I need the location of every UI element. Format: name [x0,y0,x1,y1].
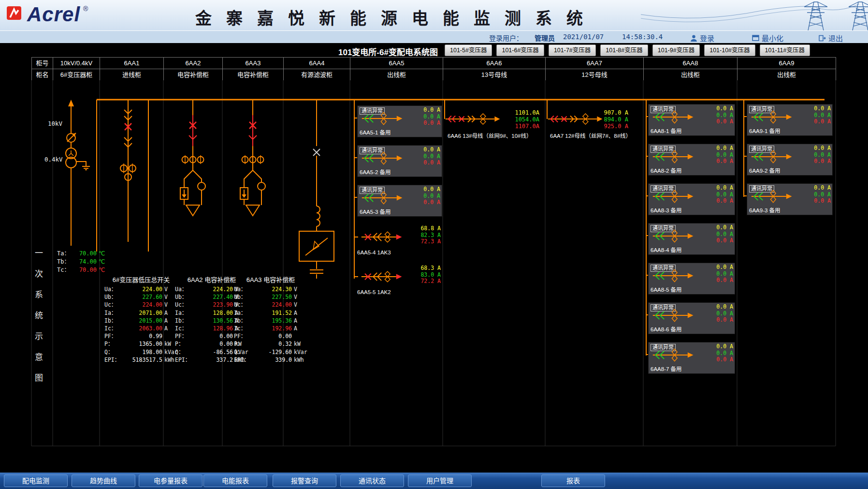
feeder-panel: 通讯异常 0.0 A 0.0 A 0.0 A 6AA9-3 备用 [747,183,833,215]
meter-row: EPI：5183517.5kWh [104,356,178,364]
transformer-page-button[interactable]: 101-11#变压器 [760,44,810,56]
feeder-panel: 通讯异常 0.0 A 0.0 A 0.0 A 6AA5-3 备用 [357,185,442,217]
exit-button[interactable]: 退出 [819,33,843,43]
feeder-row-active: 68.3 A 83.0 A 72.2 A 6AA5-5 1AK2 [357,264,442,296]
voltage-label-04kv: 0.4kV [44,156,63,163]
nav-tab[interactable]: 报表 [541,474,605,487]
temperature-value: 70.00 [73,250,97,258]
cabinet-id-cell: 6AA9 [738,58,836,69]
meter-row: Uc：224.00V [104,301,178,309]
feeder-name: 6AA8-7 备用 [651,365,682,372]
feeder-name: 6AA8-4 备用 [651,246,682,253]
feeder-stack-6aa8: 通讯异常 0.0 A 0.0 A 0.0 A 6AA8-1 备用 通讯异常 [648,104,735,382]
window-minimize-icon [752,35,759,41]
cabinet-name-cell: 进线柜 [100,69,164,81]
login-status-bar: 登录用户： 管理员 2021/01/07 14:58:30.4 登录 最小化 退… [0,30,868,43]
transformer-page-button[interactable]: 101-6#变压器 [496,44,544,56]
app-header: Acrel ® 金寨嘉悦新能源电能监测系统 [0,0,868,30]
feeder-values: 68.8 A 82.3 A 72.3 A [420,225,441,245]
meter-row: Ub：227.50V [234,293,307,301]
feeder-panel: 通讯异常 0.0 A 0.0 A 0.0 A 6AA8-4 备用 [648,223,735,255]
transformer-page-button[interactable]: 101-5#变压器 [445,44,492,56]
feeder-name: 6AA8-5 备用 [651,285,682,293]
meter-title: 6#变压器低压总开关 [104,276,178,285]
busline-name: 6AA6 13#母线（丝网9#、10#线） [448,132,532,139]
feeder-name: 6AA5-1 备用 [360,128,391,136]
nav-tab[interactable]: 电参量报表 [139,474,203,487]
meter-row: Ia：2071.00A [104,309,178,317]
feeder-panel: 通讯异常 0.0 A 0.0 A 0.0 A 6AA9-1 备用 [747,104,833,136]
bottom-navigation-bar: 配电监测趋势曲线电参量报表电能报表报警查询通讯状态用户管理报表 S 中 ’， ☺… [0,473,868,489]
feeder-line-symbol [650,346,698,364]
busline-6aa6: 1101.0A 1054.0A 1107.0A 6AA6 13#母线（丝网9#、… [445,109,539,139]
meter-row: Ub：227.60V [104,293,178,301]
feeder-values: 0.0 A 0.0 A 0.0 A [423,107,440,127]
transformer-page-button[interactable]: 101-7#变压器 [549,44,596,56]
cabinet-name-cell: 有源滤波柜 [284,69,350,81]
transformer-page-button[interactable]: 101-9#变压器 [652,44,700,56]
feeder-name: 6AA8-2 备用 [651,166,682,174]
meter-row: Q：-129.60kVar [234,348,307,356]
temperature-row: Ta： 70.00 ℃ [57,250,115,258]
login-button[interactable]: 登录 [690,33,714,43]
cabinet-name-row: 柜名 6#变压器柜进线柜电容补偿柜电容补偿柜有源滤波柜出线柜13号母线12号母线… [32,69,836,81]
cabinet-name-cell: 12号母线 [546,69,644,81]
cabinet-name-cell: 出线柜 [350,69,443,81]
nav-tab[interactable]: 电能报表 [203,474,267,487]
feeder-panel: 通讯异常 0.0 A 0.0 A 0.0 A 6AA8-6 备用 [648,302,735,334]
feeder-line-symbol [359,149,407,167]
cabinet-name-cell: 出线柜 [738,69,836,81]
minimize-button[interactable]: 最小化 [752,33,783,43]
nav-tab[interactable]: 配电监测 [4,474,68,487]
feeder-panel: 通讯异常 0.0 A 0.0 A 0.0 A 6AA5-2 备用 [357,145,442,177]
feeder-values: 0.0 A 0.0 A 0.0 A [716,185,733,205]
page-title: 101变电所-6#变配电系统图 [338,45,438,58]
nav-tab[interactable]: 通讯状态 [340,474,404,487]
cabinet-name-cell: 13号母线 [443,69,546,81]
temperature-row: Tb： 74.00 ℃ [57,258,115,266]
meter-row: PF：0.00 [234,332,307,340]
system-title: 金寨嘉悦新能源电能监测系统 [195,5,597,29]
single-line-diagram: 一次系统示意图 10kV 0.4kV Ta： 70.00 ℃ Tb： 74.00… [0,80,868,473]
cabinet-id-cell: 6AA7 [546,58,644,69]
feeder-values: 0.0 A 0.0 A 0.0 A [423,147,440,166]
diagram-side-label: 一次系统示意图 [32,249,44,394]
meter-row: Ib：195.36A [234,317,307,325]
transformer-page-button[interactable]: 101-10#变压器 [704,44,755,56]
cabinet-id-cell: 6AA2 [164,58,223,69]
cabinet-name-cell: 电容补偿柜 [164,69,223,81]
nav-tab[interactable]: 报警查询 [273,474,336,487]
nav-tab[interactable]: 趋势曲线 [72,474,135,487]
meter-row: Ic：2063.00A [104,325,178,332]
feeder-row-active: 68.8 A 82.3 A 72.3 A 6AA5-4 1AK3 [357,224,442,256]
acrel-logo: Acrel ® [6,4,88,25]
temperature-row: Tc： 70.00 ℃ [57,266,115,274]
temperature-unit: ℃ [99,258,105,266]
transformer-page-button[interactable]: 101-8#变压器 [600,44,648,56]
meter-row: PF：0.99 [104,332,178,340]
nav-tab[interactable]: 用户管理 [408,474,472,487]
feeder-name: 6AA9-2 备用 [749,166,781,174]
busline-symbol [445,111,503,127]
temperature-label: Tc： [57,266,73,274]
cabinet-id-cell: 6AA1 [100,58,164,69]
temperature-unit: ℃ [99,266,105,274]
meter-row: Ic：192.96A [234,325,307,332]
cabinet-id-cell: 6AA4 [284,58,350,69]
meter-row: Ua：224.00V [104,285,178,293]
cabinet-name-cell: 出线柜 [644,69,738,81]
row-label-cabinet-name: 柜名 [32,69,53,81]
meter-row: Ia：191.52A [234,309,307,317]
feeder-values: 0.0 A 0.0 A 0.0 A [716,105,733,125]
cabinet-id-cell: 6AA5 [350,58,443,69]
feeder-panel: 通讯异常 0.0 A 0.0 A 0.0 A 6AA8-1 备用 [648,104,735,136]
feeder-stack-6aa9: 通讯异常 0.0 A 0.0 A 0.0 A 6AA9-1 备用 通讯异常 [747,104,833,223]
feeder-line-symbol [650,307,698,324]
meter-title: 6AA3 电容补偿柜 [234,276,307,285]
feeder-name: 6AA5-4 1AK3 [357,250,391,255]
meter-row: P：1365.00kW [104,340,178,348]
login-user-label: 登录用户： [489,33,523,43]
transformer-temperatures: Ta： 70.00 ℃ Tb： 74.00 ℃ Tc： 70.00 ℃ [57,250,115,274]
feeder-values: 0.0 A 0.0 A 0.0 A [814,105,831,125]
feeder-name: 6AA5-3 备用 [360,207,391,215]
